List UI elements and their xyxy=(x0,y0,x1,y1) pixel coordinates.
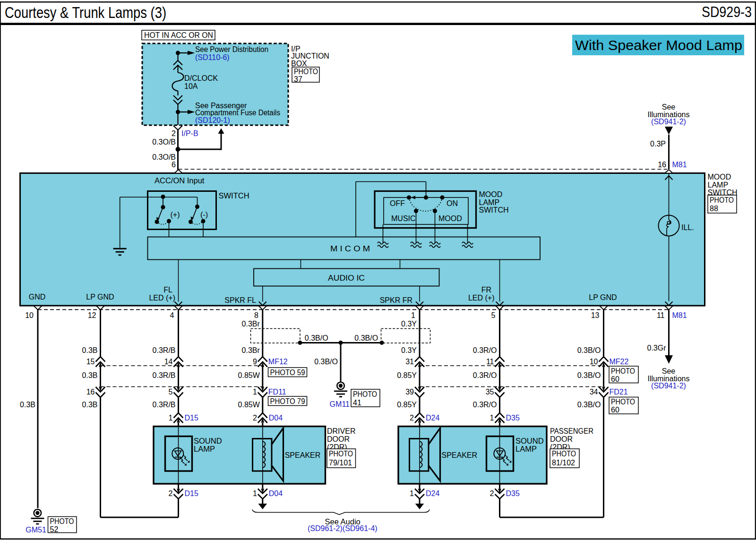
svg-text:PHOTO: PHOTO xyxy=(552,450,576,458)
svg-text:M81: M81 xyxy=(672,311,687,319)
svg-text:88: 88 xyxy=(710,205,718,213)
svg-text:PHOTO: PHOTO xyxy=(50,517,74,525)
svg-text:PHOTO: PHOTO xyxy=(710,196,734,204)
svg-text:LP GND: LP GND xyxy=(86,293,114,301)
svg-text:1: 1 xyxy=(410,489,414,497)
svg-text:See: See xyxy=(662,367,676,375)
svg-text:DOOR: DOOR xyxy=(327,435,350,443)
svg-text:HOT IN ACC OR ON: HOT IN ACC OR ON xyxy=(144,31,213,39)
svg-text:0.3B/O: 0.3B/O xyxy=(314,358,338,366)
svg-text:5: 5 xyxy=(169,388,173,396)
svg-text:LP GND: LP GND xyxy=(589,293,617,301)
svg-text:12: 12 xyxy=(88,311,96,319)
svg-text:PHOTO: PHOTO xyxy=(611,398,635,406)
svg-text:MOOD: MOOD xyxy=(708,173,731,181)
svg-text:31: 31 xyxy=(405,358,414,366)
svg-text:FD21: FD21 xyxy=(610,388,628,396)
svg-text:9: 9 xyxy=(253,358,257,366)
svg-text:0.3Br: 0.3Br xyxy=(242,346,260,354)
svg-text:BOX: BOX xyxy=(291,60,307,68)
svg-text:SD929-3: SD929-3 xyxy=(702,4,752,20)
svg-text:0.3B/O: 0.3B/O xyxy=(577,346,601,354)
svg-text:SWITCH: SWITCH xyxy=(219,191,249,200)
svg-text:MOOD: MOOD xyxy=(479,190,503,198)
svg-text:SPEAKER: SPEAKER xyxy=(285,451,321,459)
svg-text:0.3O/B: 0.3O/B xyxy=(152,138,176,146)
svg-text:60: 60 xyxy=(611,406,619,414)
svg-text:D04: D04 xyxy=(269,489,283,497)
svg-text:PHOTO: PHOTO xyxy=(611,367,635,375)
svg-text:SOUND: SOUND xyxy=(194,437,222,445)
svg-text:Compartment Fuse Details: Compartment Fuse Details xyxy=(195,109,280,117)
svg-text:MF12: MF12 xyxy=(268,358,288,366)
svg-text:SOUND: SOUND xyxy=(515,437,544,445)
svg-text:0.85W: 0.85W xyxy=(238,401,260,409)
svg-text:(+): (+) xyxy=(171,211,180,219)
svg-text:16: 16 xyxy=(658,161,666,169)
svg-text:1: 1 xyxy=(411,311,415,319)
svg-text:See Passenger: See Passenger xyxy=(195,102,247,110)
svg-text:41: 41 xyxy=(353,399,361,407)
svg-text:35: 35 xyxy=(486,388,494,396)
svg-text:GND: GND xyxy=(29,293,46,301)
svg-text:4: 4 xyxy=(170,311,174,319)
svg-text:0.3R/B: 0.3R/B xyxy=(153,346,176,354)
svg-text:15: 15 xyxy=(86,358,95,366)
svg-text:MUSIC: MUSIC xyxy=(391,214,416,223)
svg-text:LED (+): LED (+) xyxy=(468,294,495,302)
svg-text:PHOTO 59: PHOTO 59 xyxy=(270,369,305,377)
svg-text:60: 60 xyxy=(611,375,619,383)
svg-text:D35: D35 xyxy=(506,414,520,422)
svg-text:81/102: 81/102 xyxy=(552,459,575,467)
svg-text:0.3B/O: 0.3B/O xyxy=(577,371,601,379)
svg-text:2: 2 xyxy=(169,489,173,497)
svg-text:MOOD: MOOD xyxy=(438,214,462,223)
svg-text:AUDIO IC: AUDIO IC xyxy=(328,274,365,282)
svg-text:D15: D15 xyxy=(185,489,198,497)
svg-text:10: 10 xyxy=(590,358,598,366)
svg-text:ILL.: ILL. xyxy=(681,223,694,231)
svg-text:D35: D35 xyxy=(506,489,520,497)
svg-text:0.3R/O: 0.3R/O xyxy=(473,346,497,354)
svg-text:79/101: 79/101 xyxy=(329,459,352,467)
svg-text:14: 14 xyxy=(164,358,173,366)
svg-text:M I C O M: M I C O M xyxy=(330,244,370,253)
svg-text:34: 34 xyxy=(590,388,598,396)
svg-text:0.85Y: 0.85Y xyxy=(397,371,417,379)
svg-text:LAMP: LAMP xyxy=(515,445,537,453)
svg-text:0.3B/O: 0.3B/O xyxy=(354,334,378,342)
svg-text:39: 39 xyxy=(405,388,414,396)
svg-text:Illuminations: Illuminations xyxy=(648,375,690,383)
svg-text:0.3P: 0.3P xyxy=(650,140,666,148)
svg-text:0.3R/O: 0.3R/O xyxy=(473,371,497,379)
svg-text:16: 16 xyxy=(86,388,95,396)
svg-text:I/P-B: I/P-B xyxy=(181,129,198,137)
svg-text:PHOTO: PHOTO xyxy=(353,390,377,398)
svg-text:DRIVER: DRIVER xyxy=(327,427,355,435)
svg-text:ACC/ON Input: ACC/ON Input xyxy=(155,176,205,185)
svg-text:1: 1 xyxy=(253,489,257,497)
svg-text:SWITCH: SWITCH xyxy=(479,206,509,214)
svg-text:(SD110-6): (SD110-6) xyxy=(195,53,230,61)
svg-text:10: 10 xyxy=(25,311,34,319)
svg-text:0.3R/O: 0.3R/O xyxy=(473,401,497,409)
svg-text:0.3Y: 0.3Y xyxy=(401,320,417,328)
svg-text:PASSENGER: PASSENGER xyxy=(550,427,593,435)
svg-text:2: 2 xyxy=(410,414,414,422)
svg-text:With Speaker Mood Lamp: With Speaker Mood Lamp xyxy=(575,37,742,53)
svg-text:Illuminations: Illuminations xyxy=(648,111,690,119)
svg-text:0.3Gr: 0.3Gr xyxy=(647,344,666,352)
svg-text:JUNCTION: JUNCTION xyxy=(291,52,329,60)
svg-text:6: 6 xyxy=(172,161,176,169)
svg-text:10A: 10A xyxy=(184,82,198,90)
svg-text:37: 37 xyxy=(294,75,302,83)
svg-text:LAMP: LAMP xyxy=(479,198,500,206)
svg-text:1: 1 xyxy=(490,414,494,422)
svg-text:GM51: GM51 xyxy=(26,526,46,534)
svg-text:LAMP: LAMP xyxy=(194,445,215,453)
svg-text:1: 1 xyxy=(253,388,257,396)
svg-text:(SD941-2): (SD941-2) xyxy=(651,382,686,390)
svg-text:LED (+): LED (+) xyxy=(149,294,175,302)
svg-text:(-): (-) xyxy=(200,211,208,219)
svg-text:PHOTO: PHOTO xyxy=(329,450,353,458)
